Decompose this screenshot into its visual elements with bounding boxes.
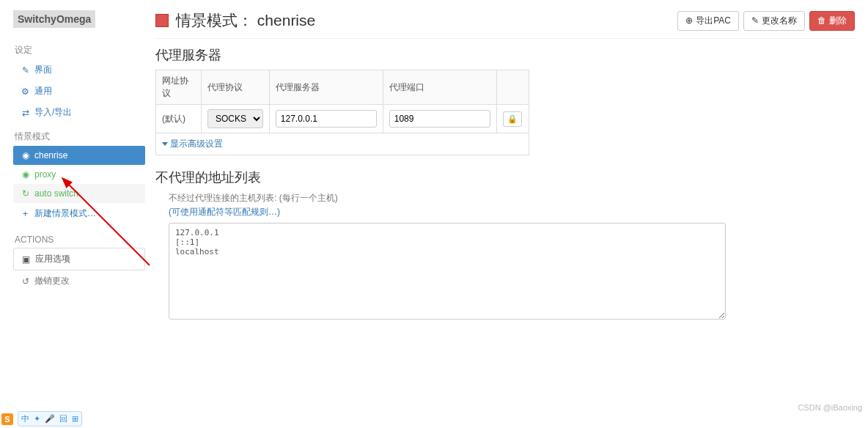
disk-icon: ▣ bbox=[21, 254, 31, 264]
sidebar-item-import-export[interactable]: ⇄ 导入/导出 bbox=[13, 102, 145, 123]
switch-icon: ↻ bbox=[21, 189, 30, 199]
wrench-icon: ✎ bbox=[21, 65, 30, 75]
col-auth bbox=[496, 70, 529, 105]
sidebar-item-undo[interactable]: ↺ 撤销更改 bbox=[13, 270, 145, 292]
sidebar-item-interface[interactable]: ✎ 界面 bbox=[13, 59, 145, 81]
ime-badge[interactable]: S bbox=[1, 413, 13, 425]
undo-icon: ↺ bbox=[21, 276, 30, 286]
sidebar-item-apply[interactable]: ▣ 应用选项 bbox=[13, 248, 145, 270]
col-protocol: 代理协议 bbox=[201, 70, 269, 105]
auth-lock-button[interactable]: 🔒 bbox=[503, 111, 522, 127]
watermark: CSDN @iBaoxing bbox=[798, 403, 862, 412]
server-input[interactable] bbox=[276, 110, 377, 128]
ime-taskbar: S 中 ✦ 🎤 回 ⊞ bbox=[1, 411, 82, 427]
col-scheme: 网址协议 bbox=[156, 70, 202, 105]
page-title: 情景模式： chenrise bbox=[155, 10, 315, 31]
port-input[interactable] bbox=[389, 110, 490, 128]
proxy-section-title: 代理服务器 bbox=[155, 46, 855, 64]
lock-icon: 🔒 bbox=[507, 114, 518, 123]
bypass-section-title: 不代理的地址列表 bbox=[155, 169, 855, 186]
sidebar-item-new-profile[interactable]: + 新建情景模式… bbox=[13, 203, 145, 224]
bypass-note: 不经过代理连接的主机列表: (每行一个主机) bbox=[169, 192, 855, 204]
trash-icon: 🗑 bbox=[817, 15, 826, 26]
download-icon: ⊕ bbox=[685, 15, 693, 26]
sidebar-item-label: 新建情景模式… bbox=[34, 207, 96, 220]
globe-icon: ◉ bbox=[21, 170, 30, 180]
scheme-default: (默认) bbox=[156, 105, 202, 133]
bypass-textarea[interactable]: 127.0.0.1 [::1] localhost bbox=[169, 223, 726, 320]
app-title: SwitchyOmega bbox=[13, 10, 95, 28]
bypass-wildcard-link[interactable]: (可使用通配符等匹配规则…) bbox=[169, 206, 280, 218]
sidebar-item-label: chenrise bbox=[34, 150, 67, 160]
gear-icon: ⚙ bbox=[21, 86, 30, 96]
sidebar-section-actions: ACTIONS bbox=[13, 232, 145, 248]
show-advanced-toggle[interactable]: 显示高级设置 bbox=[156, 133, 529, 155]
plus-icon: + bbox=[21, 209, 30, 218]
sidebar-section-profiles: 情景模式 bbox=[13, 128, 145, 146]
sidebar-item-proxy[interactable]: ◉ proxy bbox=[13, 165, 145, 184]
sidebar-item-label: 导入/导出 bbox=[34, 106, 72, 119]
rename-button[interactable]: ✎ 更改名称 bbox=[743, 11, 805, 31]
delete-button[interactable]: 🗑 删除 bbox=[809, 11, 855, 31]
ime-item[interactable]: ✦ bbox=[34, 414, 40, 424]
proxy-table: 网址协议 代理协议 代理服务器 代理端口 (默认) SOCKS5 🔒 bbox=[155, 70, 529, 155]
chevron-down-icon bbox=[162, 142, 168, 146]
sidebar-item-label: 通用 bbox=[34, 85, 52, 97]
sidebar-item-auto-switch[interactable]: ↻ auto switch bbox=[13, 184, 145, 203]
sidebar-item-chenrise[interactable]: ◉ chenrise bbox=[13, 146, 145, 165]
col-server: 代理服务器 bbox=[269, 70, 383, 105]
ime-item[interactable]: 中 bbox=[21, 413, 29, 424]
sidebar-item-label: 应用选项 bbox=[35, 253, 70, 265]
protocol-select[interactable]: SOCKS5 bbox=[207, 109, 263, 128]
page-title-name: chenrise bbox=[257, 12, 315, 29]
ime-item[interactable]: 回 bbox=[59, 413, 67, 424]
col-port: 代理端口 bbox=[383, 70, 496, 105]
sidebar-item-label: auto switch bbox=[34, 188, 78, 199]
export-pac-button[interactable]: ⊕ 导出PAC bbox=[677, 11, 739, 31]
sidebar-item-label: 撤销更改 bbox=[34, 275, 70, 287]
ime-item[interactable]: ⊞ bbox=[72, 414, 78, 424]
sidebar-section-settings: 设定 bbox=[13, 41, 145, 59]
sidebar-item-label: proxy bbox=[34, 169, 56, 180]
transfer-icon: ⇄ bbox=[21, 108, 30, 117]
ime-item[interactable]: 🎤 bbox=[45, 414, 55, 424]
sidebar-item-label: 界面 bbox=[34, 64, 52, 76]
edit-icon: ✎ bbox=[751, 15, 759, 26]
globe-icon: ◉ bbox=[21, 151, 30, 160]
sidebar-item-general[interactable]: ⚙ 通用 bbox=[13, 81, 145, 102]
profile-color-swatch[interactable] bbox=[155, 14, 169, 27]
page-title-prefix: 情景模式： bbox=[176, 12, 253, 29]
